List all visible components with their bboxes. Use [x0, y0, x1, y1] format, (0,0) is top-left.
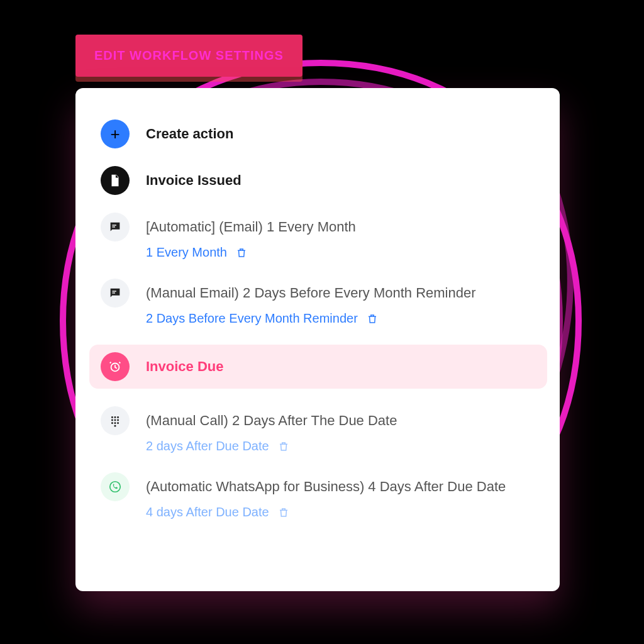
action-title: (Manual Call) 2 Days After The Due Date [146, 406, 541, 435]
svg-point-6 [114, 416, 116, 418]
chat-icon [101, 279, 130, 308]
action-row[interactable]: [Automatic] (Email) 1 Every Month 1 Ever… [101, 213, 541, 260]
svg-point-12 [114, 422, 116, 424]
invoice-due-label: Invoice Due [146, 352, 541, 381]
svg-rect-2 [112, 291, 116, 291]
edit-workflow-settings-label: EDIT WORKFLOW SETTINGS [94, 48, 284, 62]
alarm-icon [101, 352, 130, 381]
workflow-actions-card: + Create action Invoice Issued [Automati… [75, 88, 560, 591]
invoice-issued-row[interactable]: Invoice Issued [101, 166, 541, 195]
svg-rect-0 [112, 225, 116, 225]
document-icon [101, 166, 130, 195]
action-title: [Automatic] (Email) 1 Every Month [146, 213, 541, 242]
trash-icon[interactable] [278, 441, 289, 452]
svg-point-15 [110, 482, 121, 492]
create-action-label: Create action [146, 119, 541, 148]
trash-icon[interactable] [236, 247, 247, 258]
action-title: (Manual Email) 2 Days Before Every Month… [146, 279, 541, 308]
whatsapp-icon [101, 472, 130, 501]
dialpad-icon [101, 406, 130, 435]
svg-point-8 [111, 419, 113, 421]
action-schedule-link[interactable]: 2 Days Before Every Month Reminder [146, 311, 358, 326]
action-row[interactable]: (Automatic WhatsApp for Business) 4 Days… [101, 472, 541, 519]
create-action-row[interactable]: + Create action [101, 119, 541, 148]
svg-rect-3 [112, 292, 115, 293]
action-row[interactable]: (Manual Email) 2 Days Before Every Month… [101, 279, 541, 326]
action-schedule-link[interactable]: 1 Every Month [146, 245, 227, 260]
action-schedule-link[interactable]: 2 days After Due Date [146, 439, 269, 453]
edit-workflow-settings-button[interactable]: EDIT WORKFLOW SETTINGS [75, 35, 303, 77]
action-title: (Automatic WhatsApp for Business) 4 Days… [146, 472, 541, 501]
svg-point-7 [117, 416, 119, 418]
svg-point-13 [117, 422, 119, 424]
trash-icon[interactable] [278, 507, 289, 518]
chat-icon [101, 213, 130, 242]
invoice-issued-label: Invoice Issued [146, 166, 541, 195]
svg-point-11 [111, 422, 113, 424]
plus-icon: + [101, 119, 130, 148]
svg-point-9 [114, 419, 116, 421]
svg-point-14 [114, 425, 116, 427]
svg-point-10 [117, 419, 119, 421]
trash-icon[interactable] [367, 313, 378, 325]
action-schedule-link[interactable]: 4 days After Due Date [146, 505, 269, 519]
invoice-due-row[interactable]: Invoice Due [89, 345, 547, 389]
action-row[interactable]: (Manual Call) 2 Days After The Due Date … [101, 406, 541, 453]
svg-point-5 [111, 416, 113, 418]
svg-rect-1 [112, 226, 115, 227]
